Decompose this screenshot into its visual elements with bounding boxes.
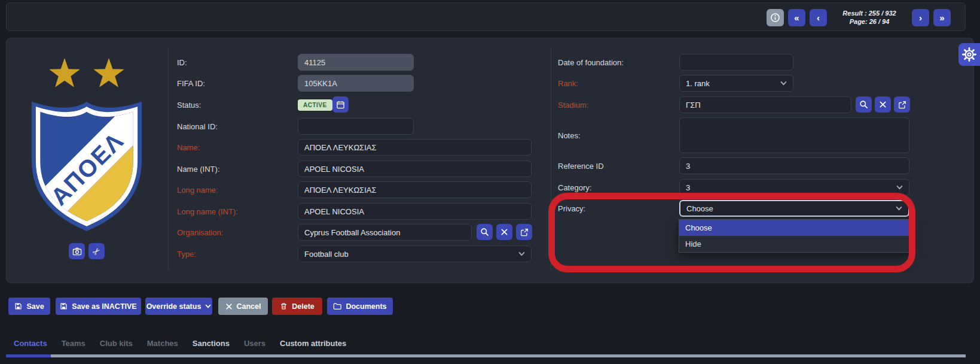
date-of-foundation-label: Date of foundation: [558,58,624,67]
privacy-dropdown-list: Choose Hide [679,219,911,253]
fifa-id-input [298,75,414,92]
divider-logo-fields [168,48,169,272]
tab-underline-active [6,354,51,357]
organisation-search-button[interactable] [477,224,493,240]
save-button-label: Save [26,302,44,311]
long-name-int-label: Long name (INT): [177,207,238,216]
save-icon [14,302,22,310]
privacy-select[interactable]: Choose [679,200,909,217]
stadium-search-button[interactable] [856,96,872,113]
privacy-select-value: Choose [686,204,896,213]
name-int-label: Name (INT): [177,165,220,174]
save-button[interactable]: Save [8,298,50,315]
long-name-int-input[interactable] [298,203,532,220]
tab-underline-track [6,354,966,357]
tab-custom-attributes[interactable]: Custom attributes [280,339,346,348]
save-as-inactive-button-label: Save as INACTIVE [72,302,136,311]
id-label: ID: [177,58,187,67]
notes-textarea[interactable] [679,117,909,153]
documents-button-label: Documents [346,302,386,311]
page-count: Page: 26 / 94 [831,17,908,26]
organisation-label: Organisation: [177,228,223,237]
type-select-value: Football club [304,250,518,259]
upload-photo-button[interactable] [69,243,85,259]
folder-icon [333,302,341,310]
calendar-icon [336,100,345,109]
detail-tabs: Contacts Teams Club kits Matches Sanctio… [14,339,346,348]
national-id-label: National ID: [177,122,218,131]
prev-page-button[interactable]: ‹ [810,9,827,26]
next-page-button[interactable]: › [912,9,929,26]
privacy-label: Privacy: [558,204,585,213]
type-label: Type: [177,250,196,259]
category-label: Category: [558,183,591,192]
chevron-down-icon [205,304,211,308]
chevron-down-icon [518,251,525,256]
documents-button[interactable]: Documents [327,298,393,315]
organisation-open-button[interactable] [516,224,532,240]
name-label: Name: [177,143,200,152]
tab-sanctions[interactable]: Sanctions [193,339,230,348]
last-page-button[interactable]: » [933,9,951,26]
search-icon [859,100,868,109]
info-button[interactable] [767,9,784,26]
stadium-input[interactable] [679,96,851,113]
stadium-label: Stadium: [558,101,588,110]
stadium-clear-button[interactable] [875,96,891,113]
name-int-input[interactable] [298,160,532,177]
category-select[interactable]: 3 [679,179,909,196]
id-input [298,54,414,71]
star-icon [49,58,124,87]
rank-label: Rank: [558,79,578,88]
override-status-button[interactable]: Override status [145,298,212,315]
camera-icon [72,247,82,256]
organisation-input[interactable] [298,224,472,241]
info-icon [770,13,780,23]
national-id-input[interactable] [298,118,414,135]
privacy-option-hide[interactable]: Hide [679,236,911,252]
tab-contacts[interactable]: Contacts [14,339,47,348]
save-as-inactive-button[interactable]: Save as INACTIVE [56,298,141,315]
category-select-value: 3 [686,183,896,192]
result-count: Result : 255 / 932 [831,9,908,17]
reference-id-label: Reference ID [558,162,604,171]
search-icon [480,228,489,236]
tab-club-kits[interactable]: Club kits [100,339,133,348]
type-select[interactable]: Football club [298,245,532,262]
status-history-button[interactable] [332,96,349,113]
crop-image-button[interactable]: ✂ [88,243,105,259]
rank-select[interactable]: 1. rank [679,75,793,92]
organisation-clear-button[interactable] [496,224,512,240]
date-of-foundation-input[interactable] [679,54,793,71]
top-toolbar: « ‹ Result : 255 / 932 Page: 26 / 94 › » [6,2,966,31]
pagination-controls: « ‹ Result : 255 / 932 Page: 26 / 94 › » [767,8,951,26]
chevron-down-icon [780,81,787,86]
privacy-option-choose[interactable]: Choose [679,220,911,236]
delete-button[interactable]: Delete [272,298,322,315]
notes-label: Notes: [558,131,581,140]
status-badge: ACTIVE [298,99,332,111]
pagination-info: Result : 255 / 932 Page: 26 / 94 [831,9,908,26]
settings-gear-button[interactable] [958,43,980,66]
stadium-open-button[interactable] [894,96,910,113]
cancel-button[interactable]: Cancel [218,298,268,315]
status-label: Status: [177,101,201,110]
tab-users[interactable]: Users [244,339,265,348]
long-name-input[interactable] [298,181,532,198]
club-logo: ΑΠΟΕΛ [23,50,150,238]
tab-teams[interactable]: Teams [62,339,86,348]
double-chevron-left-icon: « [794,13,799,22]
name-input[interactable] [298,139,532,156]
delete-button-label: Delete [292,302,315,311]
cancel-button-label: Cancel [237,302,261,311]
tab-matches[interactable]: Matches [147,339,178,348]
chevron-down-icon [896,206,902,211]
close-icon [500,228,508,236]
chevron-right-icon: › [919,13,922,22]
reference-id-input[interactable] [679,157,909,174]
long-name-label: Long name: [177,186,218,195]
save-icon [60,302,68,310]
external-link-icon [898,101,906,109]
first-page-button[interactable]: « [788,9,805,26]
club-detail-page: « ‹ Result : 255 / 932 Page: 26 / 94 › » [0,0,980,364]
